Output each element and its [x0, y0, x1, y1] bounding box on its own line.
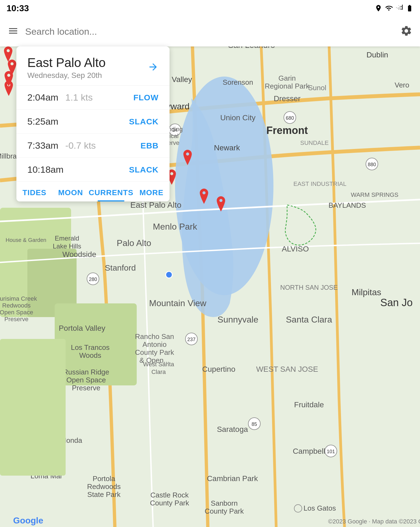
svg-text:Garin: Garin: [278, 74, 296, 82]
tab-currents[interactable]: CURRENTS: [89, 183, 133, 201]
svg-text:Fremont: Fremont: [266, 125, 308, 136]
svg-text:Vero: Vero: [395, 81, 409, 89]
svg-text:Sunnyvale: Sunnyvale: [217, 315, 258, 324]
svg-text:Redwoods: Redwoods: [2, 302, 31, 309]
svg-text:Stanford: Stanford: [105, 263, 136, 272]
tide-left-1: 2:04am 1.1 kts: [27, 92, 93, 103]
svg-text:Cupertino: Cupertino: [202, 365, 235, 373]
svg-text:237: 237: [187, 337, 196, 342]
svg-text:Emerald: Emerald: [55, 235, 79, 242]
map-marker-12[interactable]: [198, 189, 210, 204]
svg-text:WARM SPRINGS: WARM SPRINGS: [351, 191, 398, 198]
location-card: East Palo Alto Wednesday, Sep 20th 2:04a…: [16, 46, 170, 201]
tide-type-3: EBB: [141, 141, 159, 150]
location-icon: [375, 4, 382, 12]
tide-row-1: 2:04am 1.1 kts FLOW: [16, 86, 170, 110]
signal-icon: [395, 4, 403, 12]
card-header-text: East Palo Alto Wednesday, Sep 20th: [27, 55, 106, 80]
location-title: East Palo Alto: [27, 55, 106, 70]
settings-icon[interactable]: [400, 25, 412, 38]
svg-text:Santa Clara: Santa Clara: [286, 315, 332, 324]
svg-text:Purisima Creek: Purisima Creek: [0, 295, 37, 302]
svg-text:Sorenson: Sorenson: [223, 78, 253, 86]
svg-text:880: 880: [368, 162, 376, 167]
status-bar: 10:33: [0, 0, 420, 16]
svg-text:East Palo Alto: East Palo Alto: [130, 200, 182, 209]
svg-text:Russian Ridge: Russian Ridge: [63, 368, 109, 376]
status-icons: [375, 4, 413, 12]
svg-text:Open Space: Open Space: [0, 309, 33, 316]
menu-icon[interactable]: [8, 25, 19, 37]
svg-text:WEST SAN JOSE: WEST SAN JOSE: [256, 365, 318, 373]
svg-text:101: 101: [327, 449, 335, 454]
svg-text:Mountain View: Mountain View: [149, 298, 206, 308]
svg-text:Sanborn: Sanborn: [211, 499, 238, 507]
svg-text:Preserve: Preserve: [72, 384, 100, 392]
svg-rect-68: [0, 339, 66, 476]
svg-text:Portola: Portola: [93, 475, 115, 483]
svg-text:Cambrian Park: Cambrian Park: [207, 474, 258, 483]
svg-text:Clara: Clara: [151, 368, 166, 375]
search-bar: [0, 16, 420, 46]
svg-text:EAST INDUSTRIAL: EAST INDUSTRIAL: [293, 180, 346, 187]
tide-left-3: 7:33am -0.7 kts: [27, 140, 96, 151]
svg-text:Saratoga: Saratoga: [217, 425, 248, 434]
svg-text:San Jo: San Jo: [380, 297, 413, 308]
svg-text:Sunol: Sunol: [308, 84, 326, 92]
svg-text:Lake Hills: Lake Hills: [53, 242, 81, 250]
tab-tides[interactable]: TIDES: [16, 183, 52, 201]
tide-time-2: 5:25am: [27, 116, 58, 127]
tide-kts-3: -0.7 kts: [63, 140, 96, 151]
svg-text:Regional Park: Regional Park: [265, 82, 310, 90]
svg-text:Antonio: Antonio: [142, 340, 167, 349]
svg-text:Preserve: Preserve: [4, 316, 28, 323]
search-input[interactable]: [25, 26, 394, 37]
svg-text:Newark: Newark: [214, 144, 240, 152]
svg-text:Redwoods: Redwoods: [87, 482, 121, 491]
card-tabs: TIDES MOON CURRENTS MORE: [16, 182, 170, 201]
map-marker-9[interactable]: [182, 150, 194, 165]
svg-text:Castle Rock: Castle Rock: [150, 491, 189, 499]
wifi-icon: [385, 4, 393, 12]
svg-text:©2023 Google · Map data ©2023 : ©2023 Google · Map data ©2023 Google: [328, 518, 420, 525]
svg-text:County Park: County Park: [150, 499, 189, 507]
svg-point-100: [166, 271, 172, 278]
tide-time-1: 2:04am: [27, 92, 58, 103]
tide-type-4: SLACK: [129, 165, 159, 174]
svg-text:Menlo Park: Menlo Park: [153, 222, 197, 232]
svg-text:Woods: Woods: [79, 351, 101, 359]
svg-text:Portola Valley: Portola Valley: [59, 324, 106, 332]
svg-text:Open Space: Open Space: [66, 376, 106, 384]
svg-text:Dublin: Dublin: [366, 51, 388, 59]
tide-kts-1: 1.1 kts: [63, 92, 93, 103]
svg-text:Fruitdale: Fruitdale: [294, 400, 324, 409]
svg-text:Los Trancos: Los Trancos: [71, 343, 110, 352]
svg-text:NORTH SAN JOSE: NORTH SAN JOSE: [280, 284, 338, 291]
svg-text:SUNDALE: SUNDALE: [300, 139, 329, 146]
status-time: 10:33: [7, 3, 29, 13]
svg-text:Woodside: Woodside: [62, 250, 96, 259]
map-marker-13[interactable]: [215, 196, 227, 212]
tide-left-2: 5:25am: [27, 116, 58, 127]
svg-text:280: 280: [89, 277, 97, 282]
tab-more[interactable]: MORE: [133, 183, 170, 201]
tide-type-1: FLOW: [133, 93, 159, 102]
location-detail-arrow[interactable]: [148, 62, 159, 74]
svg-text:680: 680: [286, 115, 294, 121]
map-marker-6[interactable]: [3, 81, 15, 96]
location-date: Wednesday, Sep 20th: [27, 71, 106, 80]
tide-type-2: SLACK: [129, 117, 159, 126]
tide-time-3: 7:33am: [27, 140, 58, 151]
svg-text:85: 85: [252, 421, 257, 427]
svg-text:Los Gatos: Los Gatos: [304, 504, 336, 512]
svg-text:ALVISO: ALVISO: [282, 245, 309, 253]
svg-text:BAYLANDS: BAYLANDS: [329, 201, 366, 209]
tide-row-3: 7:33am -0.7 kts EBB: [16, 134, 170, 158]
svg-text:& Open...: & Open...: [139, 356, 170, 364]
svg-text:Google: Google: [13, 516, 43, 525]
tide-left-4: 10:18am: [27, 164, 63, 175]
tide-row-2: 5:25am SLACK: [16, 110, 170, 134]
svg-text:Union City: Union City: [220, 113, 255, 122]
battery-icon: [406, 4, 413, 12]
tab-moon[interactable]: MOON: [52, 183, 89, 201]
